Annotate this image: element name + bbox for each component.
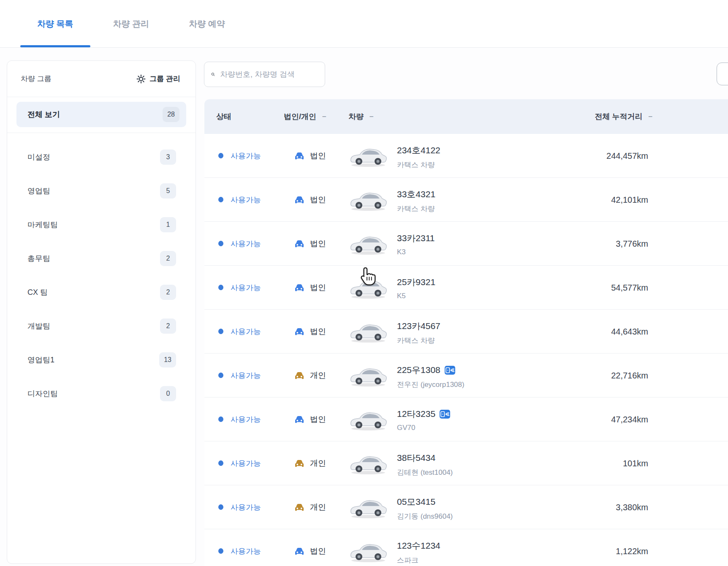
ownership-cell: 법인 — [294, 546, 326, 557]
sort-dash-icon[interactable]: – — [322, 112, 326, 121]
tab-vehicle-manage[interactable]: 차량 관리 — [96, 0, 166, 47]
vehicle-table: 상태 법인/개인 – 차량 – 전체 누적거리 – 사용가능 법인 — [204, 99, 728, 566]
car-front-icon — [294, 239, 304, 248]
distance-value: 22,716km — [611, 370, 648, 380]
clipped-corner-button[interactable] — [717, 63, 728, 85]
sidebar-group-item[interactable]: 영업팀 5 — [27, 174, 176, 208]
vehicle-row[interactable]: 사용가능 법인 33카2311 K3 3,776km — [204, 222, 728, 266]
sidebar-group-item[interactable]: 마케팅팀 1 — [27, 208, 176, 242]
vehicle-row[interactable]: 사용가능 법인 25카9321 K5 54,577km — [204, 266, 728, 310]
car-front-icon — [294, 283, 304, 292]
group-manage-label: 그룹 관리 — [149, 74, 180, 84]
vehicle-name-cell: 12타3235 GV70 — [397, 408, 450, 432]
count-badge: 0 — [160, 386, 176, 401]
vehicle-row[interactable]: 사용가능 개인 05모3415 김기동 (dns9604) 3,380km — [204, 485, 728, 529]
car-front-icon — [294, 195, 304, 204]
header-status: 상태 — [216, 112, 231, 122]
vehicle-photo[interactable] — [348, 276, 388, 299]
status-cell: 사용가능 — [218, 327, 261, 337]
plate-number: 33카2311 — [397, 232, 435, 244]
vehicle-photo[interactable] — [348, 232, 388, 256]
status-label: 사용가능 — [231, 327, 261, 337]
vehicle-photo[interactable] — [348, 320, 388, 343]
header-distance: 전체 누적거리 – — [595, 112, 652, 122]
vehicle-row[interactable]: 사용가능 법인 33호4321 카택스 차량 42,101km — [204, 178, 728, 222]
sort-dash-icon[interactable]: – — [369, 112, 373, 121]
sidebar-item-label: 총무팀 — [27, 253, 50, 264]
distance-value: 3,776km — [616, 239, 648, 248]
status-dot-icon — [218, 460, 223, 466]
vehicle-row[interactable]: 사용가능 법인 234호4122 카택스 차량 244,457km — [204, 134, 728, 178]
group-manage-button[interactable]: 그룹 관리 — [136, 74, 180, 84]
distance-value: 101km — [623, 458, 648, 468]
plate-number: 05모3415 — [397, 496, 435, 508]
plate-number: 38타5434 — [397, 452, 435, 464]
device-badge-icon — [445, 366, 455, 375]
vehicle-row[interactable]: 사용가능 법인 123수1234 스파크 1,122km — [204, 529, 728, 566]
vehicle-row[interactable]: 사용가능 법인 123카4567 카택스 차량 44,643km — [204, 310, 728, 354]
ownership-label: 법인 — [310, 150, 326, 161]
tab-vehicle-reservation[interactable]: 차량 예약 — [172, 0, 242, 47]
status-label: 사용가능 — [231, 151, 261, 161]
vehicle-photo[interactable] — [348, 452, 388, 475]
status-cell: 사용가능 — [218, 195, 261, 205]
status-cell: 사용가능 — [218, 414, 261, 424]
sidebar-item-label: 전체 보기 — [27, 109, 60, 120]
sidebar-item-label: 디자인팀 — [27, 389, 58, 399]
vehicle-row[interactable]: 사용가능 개인 38타5434 김테현 (test1004) 101km — [204, 441, 728, 485]
vehicle-photo[interactable] — [348, 539, 388, 563]
ownership-label: 개인 — [310, 370, 326, 381]
ownership-label: 법인 — [310, 326, 326, 337]
search-icon — [211, 70, 215, 79]
status-cell: 사용가능 — [218, 502, 261, 512]
status-dot-icon — [218, 373, 223, 378]
vehicle-photo[interactable] — [348, 188, 388, 212]
ownership-label: 법인 — [310, 194, 326, 205]
vehicle-name-cell: 33호4321 카택스 차량 — [397, 188, 435, 214]
vehicle-row[interactable]: 사용가능 법인 12타3235 GV70 47,234km — [204, 397, 728, 441]
search-input[interactable] — [220, 70, 318, 79]
plate-number: 12타3235 — [397, 408, 435, 420]
sidebar-group-item[interactable]: 영업팀1 13 — [27, 343, 176, 377]
vehicle-row[interactable]: 사용가능 개인 225우1308 전우진 (jeycorp1308) 22,71… — [204, 354, 728, 397]
sidebar-group-item[interactable]: 개발팀 2 — [27, 309, 176, 343]
sort-dash-icon[interactable]: – — [649, 112, 652, 121]
vehicle-photo[interactable] — [348, 144, 388, 168]
all-view-wrap: 전체 보기 28 — [7, 97, 196, 133]
status-dot-icon — [218, 416, 223, 422]
sidebar-group-item[interactable]: 총무팀 2 — [27, 242, 176, 275]
ownership-cell: 법인 — [294, 150, 326, 161]
sidebar-item-label: 영업팀1 — [27, 355, 54, 365]
count-badge: 28 — [163, 107, 179, 122]
ownership-label: 법인 — [310, 546, 326, 557]
sidebar-item-all-selected[interactable]: 전체 보기 28 — [16, 102, 186, 127]
status-cell: 사용가능 — [218, 546, 261, 556]
vehicle-name-cell: 33카2311 K3 — [397, 232, 435, 256]
top-tab-bar: 차량 목록 차량 관리 차량 예약 — [0, 0, 728, 48]
count-badge: 5 — [160, 183, 176, 199]
vehicle-subname: 카택스 차량 — [397, 160, 440, 170]
sidebar-item-label: 개발팀 — [27, 321, 50, 331]
vehicle-photo[interactable] — [348, 364, 388, 387]
ownership-cell: 개인 — [294, 502, 326, 513]
tab-vehicle-list[interactable]: 차량 목록 — [20, 0, 90, 47]
ownership-cell: 법인 — [294, 238, 326, 249]
count-badge: 2 — [160, 251, 176, 266]
ownership-cell: 법인 — [294, 194, 326, 205]
vehicle-subname: 전우진 (jeycorp1308) — [397, 380, 465, 389]
count-badge: 13 — [159, 352, 176, 367]
count-badge: 1 — [160, 217, 176, 232]
sidebar-group-item[interactable]: 디자인팀 0 — [27, 377, 176, 411]
car-front-icon — [294, 415, 304, 424]
sidebar-group-item[interactable]: CX 팀 2 — [27, 275, 176, 309]
sidebar-group-item[interactable]: 미설정 3 — [27, 140, 176, 174]
vehicle-photo[interactable] — [348, 495, 388, 519]
vehicle-photo[interactable] — [348, 408, 388, 431]
vehicle-subname: GV70 — [397, 424, 450, 432]
ownership-cell: 개인 — [294, 458, 326, 469]
car-front-icon — [294, 371, 304, 380]
status-label: 사용가능 — [231, 283, 261, 293]
vehicle-name-cell: 123수1234 스파크 — [397, 540, 440, 565]
ownership-label: 법인 — [310, 238, 326, 249]
ownership-cell: 법인 — [294, 326, 326, 337]
